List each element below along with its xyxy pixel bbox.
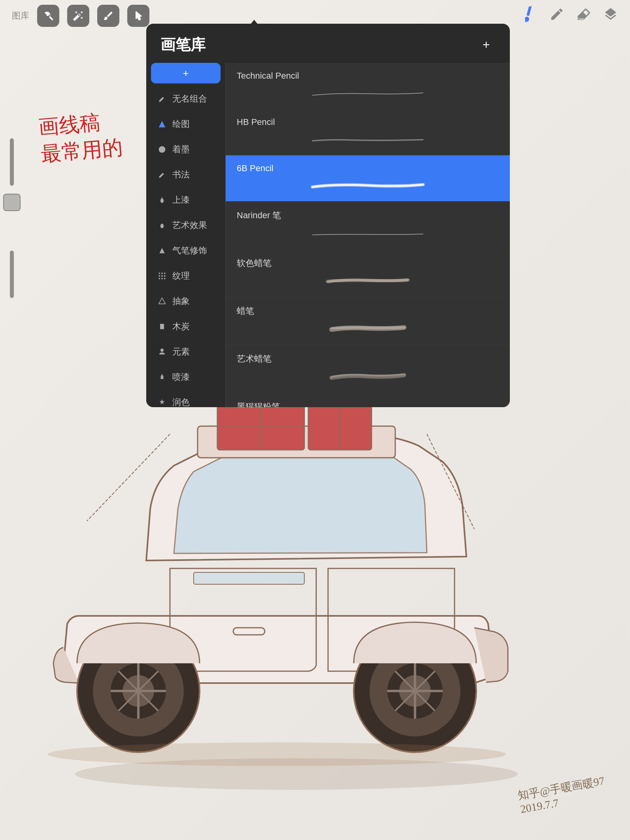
- category-label-unnamed: 无名组合: [172, 93, 207, 105]
- svg-marker-28: [159, 121, 166, 128]
- svg-rect-32: [160, 324, 164, 329]
- svg-rect-33: [161, 376, 164, 379]
- category-label-tint: 润色: [172, 396, 190, 407]
- svg-point-29: [160, 198, 164, 203]
- category-icon-artistic: [157, 220, 168, 231]
- category-label-texture: 纹理: [172, 270, 190, 282]
- add-category-button[interactable]: +: [151, 63, 221, 83]
- category-label-drawing: 绘图: [172, 118, 190, 130]
- panel-title: 画笔库: [160, 35, 206, 55]
- brush-name-technical_pencil: Technical Pencil: [237, 71, 499, 81]
- category-icon-abstract: [157, 296, 168, 307]
- brush-item-raccoon_chalk[interactable]: 黑猩猩粉笔: [226, 393, 510, 407]
- wrench-button[interactable]: [37, 5, 59, 27]
- category-item-tint[interactable]: 润色: [149, 390, 222, 407]
- category-icon-airbrush: [157, 245, 168, 256]
- panel-arrow: [247, 20, 261, 28]
- category-item-painting[interactable]: 上漆: [149, 188, 222, 212]
- selection-button[interactable]: [127, 5, 149, 27]
- brush-name-6b_pencil: 6B Pencil: [237, 163, 499, 174]
- brush-tool-button[interactable]: [517, 3, 541, 29]
- add-brush-button[interactable]: +: [477, 36, 496, 55]
- category-icon-charcoal: [157, 321, 168, 332]
- side-panel: [0, 138, 24, 298]
- toolbar-left: 图库: [12, 5, 149, 27]
- brush-item-technical_pencil[interactable]: Technical Pencil: [226, 63, 510, 109]
- category-label-painting: 上漆: [172, 194, 190, 206]
- svg-rect-26: [194, 572, 304, 584]
- brush-stroke-technical_pencil: [237, 85, 499, 101]
- brush-item-art_crayon[interactable]: 艺术蜡笔: [226, 345, 510, 393]
- category-label-artistic: 艺术效果: [172, 219, 207, 231]
- brush-size-slider[interactable]: [10, 138, 14, 186]
- category-icon-tint: [157, 397, 168, 407]
- brush-name-hb_pencil: HB Pencil: [237, 117, 499, 127]
- category-icon-calligraphy: [157, 169, 168, 180]
- brush-item-narinder[interactable]: Narinder 笔: [226, 202, 510, 249]
- brush-item-6b_pencil[interactable]: 6B Pencil: [226, 155, 510, 202]
- eraser-tool-button[interactable]: [576, 7, 591, 25]
- category-icon-unnamed: [157, 93, 168, 104]
- category-label-inking: 着墨: [172, 143, 190, 155]
- brush-item-soft_crayon[interactable]: 软色蜡笔: [226, 249, 510, 297]
- category-item-elements[interactable]: 元素: [149, 340, 222, 364]
- brush-item-hb_pencil[interactable]: HB Pencil: [226, 109, 510, 155]
- brush-name-soft_crayon: 软色蜡笔: [237, 257, 499, 269]
- category-label-charcoal: 木炭: [172, 321, 190, 332]
- panel-header: 画笔库 +: [146, 24, 510, 63]
- svg-point-30: [160, 224, 164, 228]
- category-label-abstract: 抽象: [172, 295, 190, 307]
- category-item-calligraphy[interactable]: 书法: [149, 162, 222, 187]
- category-item-charcoal[interactable]: 木炭: [149, 314, 222, 339]
- svg-marker-35: [159, 399, 164, 404]
- brushes-list: Technical Pencil HB Pencil 6B Pencil Nar…: [225, 63, 510, 407]
- opacity-slider[interactable]: [10, 251, 14, 298]
- brush-stroke-art_crayon: [237, 369, 499, 385]
- brush-library-panel: 画笔库 + + 无名组合 绘图 着墨 书法 上漆: [146, 24, 510, 407]
- brush-stroke-soft_crayon: [237, 273, 499, 289]
- category-icon-elements: [157, 346, 168, 357]
- gallery-button[interactable]: 图库: [12, 10, 29, 22]
- smudge-button[interactable]: [97, 5, 119, 27]
- category-icon-texture: [157, 270, 168, 281]
- category-item-inking[interactable]: 着墨: [149, 137, 222, 162]
- category-icon-painting: [157, 194, 168, 206]
- svg-point-27: [47, 742, 506, 766]
- category-item-airbrush[interactable]: 气笔修饰: [149, 238, 222, 263]
- magic-button[interactable]: [67, 5, 89, 27]
- svg-rect-34: [161, 374, 162, 376]
- brush-item-crayon[interactable]: 蜡笔: [226, 297, 510, 345]
- category-icon-spray: [157, 372, 168, 383]
- layers-button[interactable]: [603, 7, 618, 25]
- brush-name-art_crayon: 艺术蜡笔: [237, 353, 499, 365]
- category-item-unnamed[interactable]: 无名组合: [149, 87, 222, 111]
- category-label-airbrush: 气笔修饰: [172, 245, 207, 257]
- brush-stroke-crayon: [237, 321, 499, 337]
- brush-name-raccoon_chalk: 黑猩猩粉笔: [237, 401, 499, 407]
- panel-content: + 无名组合 绘图 着墨 书法 上漆 艺术效果: [146, 63, 510, 407]
- handwritten-annotation: 画线稿 最常用的: [38, 107, 124, 168]
- category-item-artistic[interactable]: 艺术效果: [149, 213, 222, 238]
- category-item-spray[interactable]: 喷漆: [149, 365, 222, 389]
- brush-name-crayon: 蜡笔: [237, 305, 499, 317]
- svg-marker-31: [159, 248, 164, 253]
- brush-stroke-narinder: [237, 225, 499, 241]
- pen-tool-button[interactable]: [549, 7, 564, 25]
- category-icon-inking: [157, 144, 168, 155]
- color-swatch[interactable]: [3, 194, 21, 211]
- category-item-abstract[interactable]: 抽象: [149, 289, 222, 313]
- categories-list: + 无名组合 绘图 着墨 书法 上漆 艺术效果: [146, 63, 225, 407]
- category-icon-drawing: [157, 119, 168, 130]
- toolbar-right: [521, 6, 618, 26]
- category-item-texture[interactable]: 纹理: [149, 264, 222, 288]
- category-label-calligraphy: 书法: [172, 169, 190, 181]
- category-label-elements: 元素: [172, 346, 190, 358]
- category-label-spray: 喷漆: [172, 371, 190, 383]
- brush-stroke-6b_pencil: [237, 177, 499, 193]
- brush-stroke-hb_pencil: [237, 131, 499, 147]
- category-item-drawing[interactable]: 绘图: [149, 112, 222, 136]
- brush-name-narinder: Narinder 笔: [237, 210, 499, 221]
